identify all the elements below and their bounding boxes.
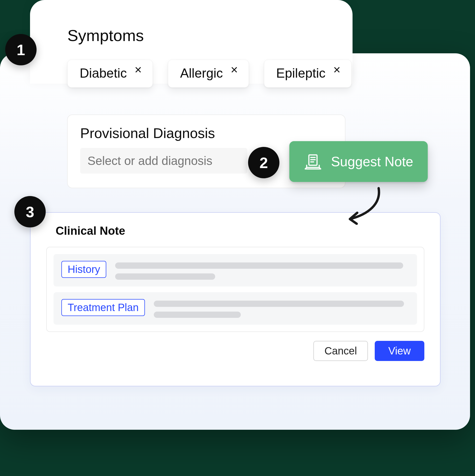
clinical-note-card: Clinical Note History Treatment Plan Can… <box>30 212 441 386</box>
placeholder-line <box>115 273 215 280</box>
step-number: 3 <box>26 203 34 221</box>
note-row-treatment: Treatment Plan <box>54 292 417 325</box>
suggest-note-label: Suggest Note <box>331 154 413 169</box>
step-number: 2 <box>260 154 268 171</box>
placeholder-line <box>154 312 241 318</box>
note-tag[interactable]: Treatment Plan <box>61 299 145 316</box>
symptom-chip[interactable]: Diabetic ✕ <box>67 60 153 88</box>
close-icon[interactable]: ✕ <box>134 65 142 76</box>
view-label: View <box>388 345 411 357</box>
close-icon[interactable]: ✕ <box>333 65 341 76</box>
note-tag[interactable]: History <box>61 261 106 278</box>
clinical-note-body: History Treatment Plan <box>46 247 424 332</box>
clinical-note-title: Clinical Note <box>56 224 424 237</box>
diagnosis-title: Provisional Diagnosis <box>80 125 332 141</box>
chip-label: Diabetic <box>80 66 127 81</box>
clinical-actions: Cancel View <box>46 341 424 361</box>
placeholder-lines <box>154 299 409 318</box>
arrow-icon <box>342 186 384 225</box>
placeholder-line <box>154 301 404 307</box>
symptom-chip[interactable]: Allergic ✕ <box>168 60 249 88</box>
step-number: 1 <box>17 41 25 59</box>
placeholder-line <box>115 262 403 269</box>
symptom-chip-list: Diabetic ✕ Allergic ✕ Epileptic ✕ <box>67 60 351 88</box>
diagnosis-input[interactable] <box>80 148 247 174</box>
suggest-note-button[interactable]: Suggest Note <box>289 141 428 182</box>
symptoms-title: Symptoms <box>67 26 144 45</box>
placeholder-lines <box>115 261 409 280</box>
step-badge-2: 2 <box>248 147 279 178</box>
chip-label: Allergic <box>180 66 223 81</box>
cancel-button[interactable]: Cancel <box>313 341 368 361</box>
note-row-history: History <box>54 254 417 286</box>
symptom-chip[interactable]: Epileptic ✕ <box>264 60 351 88</box>
close-icon[interactable]: ✕ <box>230 65 238 76</box>
step-badge-1: 1 <box>5 34 37 65</box>
view-button[interactable]: View <box>375 341 424 361</box>
note-icon <box>304 153 321 170</box>
chip-label: Epileptic <box>276 66 326 81</box>
step-badge-3: 3 <box>14 196 46 227</box>
cancel-label: Cancel <box>324 345 357 357</box>
